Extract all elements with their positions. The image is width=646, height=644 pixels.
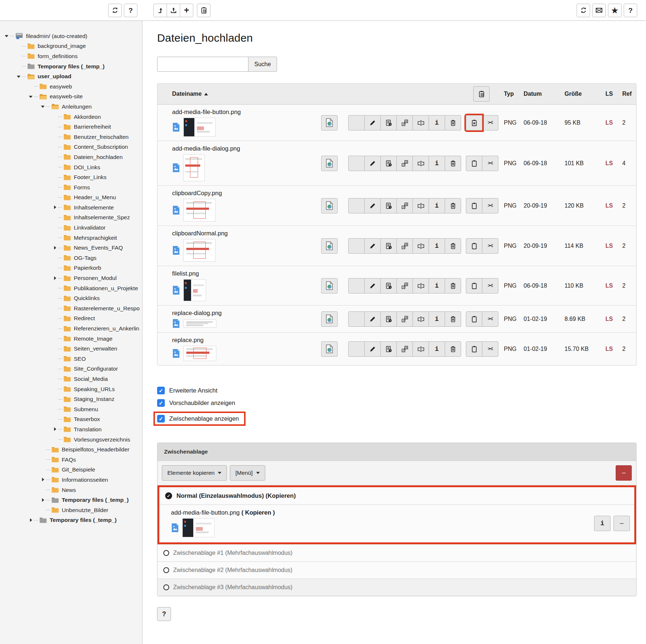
file-name[interactable]: clipboardNormal.png (172, 230, 321, 237)
metadata-button[interactable] (380, 198, 397, 213)
delete-button[interactable] (445, 278, 461, 293)
info-button[interactable]: i (429, 311, 445, 327)
tree-item[interactable]: fileadmin/ (auto-created) (0, 31, 142, 41)
view-button[interactable] (321, 156, 338, 171)
cut-button[interactable]: ✂ (482, 115, 498, 130)
checkbox[interactable] (157, 415, 165, 423)
tree-item[interactable]: Footer_Links (0, 172, 142, 182)
tree-item[interactable]: Personen_Modul (0, 273, 142, 283)
tree-item[interactable]: easyweb-site (0, 92, 142, 102)
expand-arrow-icon[interactable] (41, 477, 45, 482)
tree-item[interactable]: Informationsseiten (0, 475, 142, 485)
tree-item[interactable]: Referenzieren_u_Ankerlin (0, 323, 142, 334)
tree-help-button[interactable]: ? (124, 4, 137, 17)
refresh-module-button[interactable] (577, 4, 590, 17)
expand-arrow-icon[interactable] (53, 246, 57, 250)
view-button[interactable] (321, 238, 338, 254)
copy-mode-dropdown[interactable]: Elemente kopieren (162, 465, 227, 481)
view-button[interactable] (321, 115, 338, 130)
edit-button[interactable] (364, 311, 381, 327)
cut-button[interactable]: ✂ (482, 341, 498, 357)
metadata-button[interactable] (380, 238, 397, 254)
translate-button[interactable]: BA (396, 115, 413, 130)
tree-item[interactable]: Header_u_Menu (0, 193, 142, 203)
rename-button[interactable] (413, 341, 429, 357)
clipboard-header-button[interactable] (473, 86, 490, 102)
ls-link[interactable]: LS (605, 346, 622, 352)
clipboard-pane[interactable]: Zwischenablage #3 (Mehrfachauswahlmodus) (157, 579, 636, 596)
bookmark-button[interactable]: ★ (608, 4, 622, 17)
collapse-arrow-icon[interactable] (16, 74, 21, 79)
tree-item[interactable]: user_upload (0, 71, 142, 82)
collapse-arrow-icon[interactable] (41, 104, 45, 109)
view-button[interactable] (321, 341, 338, 357)
tree-item[interactable]: Linkvalidator (0, 223, 142, 233)
ls-link[interactable]: LS (605, 160, 622, 167)
expand-arrow-icon[interactable] (41, 498, 45, 503)
cut-button[interactable]: ✂ (482, 156, 498, 171)
edit-button[interactable] (364, 115, 381, 130)
translate-button[interactable]: BA (396, 278, 413, 293)
new-button[interactable]: + (180, 4, 193, 17)
clipboard-button[interactable] (466, 156, 482, 171)
tree-item[interactable]: Forms (0, 182, 142, 193)
rename-button[interactable] (413, 198, 429, 213)
tree-item[interactable]: Inhaltselemente (0, 202, 142, 213)
ref-count[interactable]: 2 (622, 283, 636, 289)
tree-item[interactable]: Seiten_verwalten (0, 344, 142, 354)
metadata-button[interactable] (380, 115, 397, 130)
file-name[interactable]: clipboardCopy.png (172, 190, 321, 197)
delete-button[interactable] (445, 156, 461, 171)
clipboard-item-remove-button[interactable]: − (613, 516, 630, 531)
email-button[interactable] (592, 4, 606, 17)
tree-item[interactable]: Submenu (0, 404, 142, 414)
ls-link[interactable]: LS (605, 283, 622, 289)
tree-item[interactable]: Vorlesungsverzeichnis (0, 435, 142, 445)
info-button[interactable]: i (429, 341, 445, 357)
clipboard-pane[interactable]: Zwischenablage #1 (Mehrfachauswahlmodus) (157, 544, 636, 561)
cut-button[interactable]: ✂ (482, 278, 498, 293)
rename-button[interactable] (413, 115, 429, 130)
column-filename[interactable]: Dateiname (172, 91, 202, 97)
file-name[interactable]: replace-dialog.png (172, 310, 321, 317)
tree-item[interactable]: Publikationen_u_Projekte (0, 283, 142, 293)
tree-item[interactable]: Site_Configurator (0, 364, 142, 374)
view-button[interactable] (321, 311, 338, 327)
clipboard-item-info-button[interactable]: i (594, 516, 611, 531)
clipboard-button[interactable] (466, 311, 482, 327)
tree-item[interactable]: easyweb (0, 82, 142, 92)
collapse-arrow-icon[interactable] (4, 34, 9, 38)
column-date[interactable]: Datum (524, 91, 565, 97)
column-ref[interactable]: Ref (622, 91, 636, 97)
clipboard-button[interactable] (466, 198, 482, 213)
ls-link[interactable]: LS (605, 120, 622, 126)
tree-item[interactable]: Content_Subscription (0, 142, 142, 152)
tree-item[interactable]: Speaking_URLs (0, 384, 142, 394)
rename-button[interactable] (413, 156, 429, 171)
rename-button[interactable] (413, 238, 429, 254)
tree-item[interactable]: Translation (0, 424, 142, 435)
clipboard-button[interactable] (466, 341, 482, 357)
tree-item[interactable]: SEO (0, 354, 142, 364)
column-size[interactable]: Größe (565, 91, 605, 97)
tree-item[interactable]: Mehrsprachigkeit (0, 233, 142, 243)
info-button[interactable]: i (429, 156, 445, 171)
edit-button[interactable] (364, 238, 381, 254)
view-button[interactable] (321, 198, 338, 213)
tree-item[interactable]: Redirect (0, 314, 142, 324)
ref-count[interactable]: 2 (622, 346, 636, 352)
expand-arrow-icon[interactable] (53, 427, 57, 432)
refresh-tree-button[interactable] (108, 4, 122, 17)
translate-button[interactable]: BA (396, 198, 413, 213)
tree-item[interactable]: Anleitungen (0, 102, 142, 112)
clear-clipboard-button[interactable]: − (616, 465, 632, 481)
delete-button[interactable] (445, 115, 461, 130)
tree-item[interactable]: Git_Beispiele (0, 465, 142, 475)
checkbox[interactable] (157, 399, 165, 407)
checkbox[interactable] (157, 387, 165, 394)
module-help-button[interactable]: ? (624, 4, 637, 17)
paste-button[interactable] (197, 4, 210, 17)
tree-item[interactable]: Unbenutzte_Bilder (0, 505, 142, 515)
info-button[interactable]: i (429, 238, 445, 254)
file-name[interactable]: add-media-file-button.png (172, 109, 321, 115)
